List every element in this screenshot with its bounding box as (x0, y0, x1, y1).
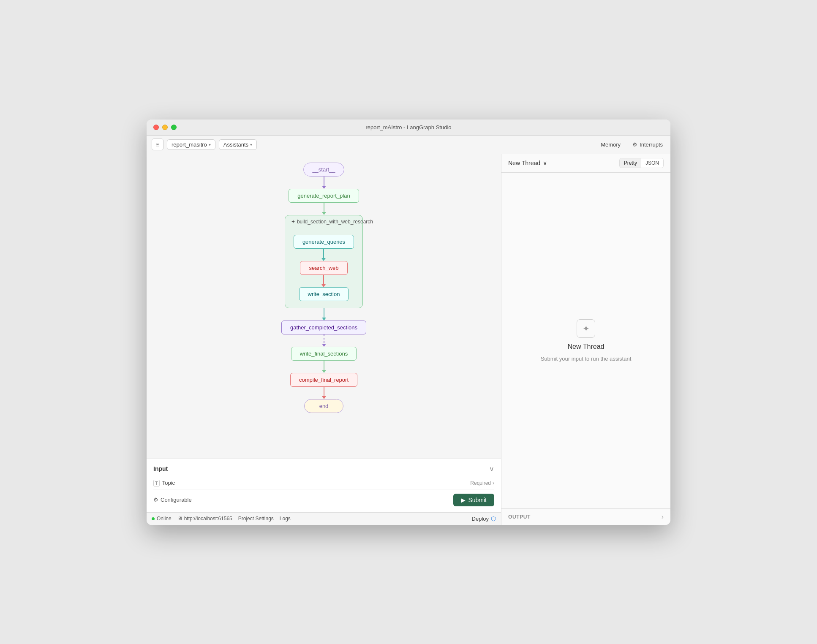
project-name: report_masitro (172, 141, 207, 148)
chevron-down-icon: ▾ (209, 142, 211, 147)
node-generate-queries: generate_queries (294, 235, 354, 249)
right-center-title: New Thread (568, 343, 605, 351)
toolbar: ⊟ report_masitro ▾ Assistants ▾ Memory ⚙… (147, 136, 670, 154)
arrow-4 (321, 275, 326, 287)
localhost-link[interactable]: http://localhost:61565 (184, 516, 232, 522)
json-view-button[interactable]: JSON (641, 158, 663, 168)
interrupts-button[interactable]: ⚙ Interrupts (630, 140, 665, 149)
status-dot (152, 517, 155, 520)
assistants-label: Assistants (223, 141, 248, 148)
topic-row: T Topic Required › (153, 477, 494, 489)
chevron-down-icon: ▾ (250, 142, 252, 147)
arrow-2 (322, 203, 326, 215)
right-panel: New Thread ∨ Pretty JSON ✦ New Thre (501, 154, 670, 525)
submit-button[interactable]: ▶ Submit (453, 494, 494, 506)
node-compile-final-report: compile_final_report (290, 373, 357, 387)
title-bar: report_mAIstro - LangGraph Studio (147, 120, 670, 136)
topic-label: Topic (162, 480, 175, 486)
arrow-3 (321, 249, 326, 261)
collapse-icon: ∨ (489, 465, 494, 473)
sparkle-icon: ✦ (583, 323, 590, 334)
required-text: Required (470, 480, 491, 486)
toolbar-right: Memory ⚙ Interrupts (598, 140, 665, 149)
gear-icon: ⚙ (632, 141, 637, 148)
deploy-button[interactable]: Deploy ⬡ (472, 515, 496, 522)
input-header[interactable]: Input ∨ (153, 465, 494, 473)
new-thread-label: New Thread (508, 160, 540, 166)
sidebar-toggle[interactable]: ⊟ (152, 139, 163, 150)
right-header: New Thread ∨ Pretty JSON (501, 154, 670, 173)
arrow-5 (322, 308, 326, 321)
subgraph-label: ✦ build_section_with_web_research (291, 219, 373, 225)
input-actions: ⚙ Configurable ▶ Submit (153, 494, 494, 506)
app-window: report_mAIstro - LangGraph Studio ⊟ repo… (147, 120, 670, 525)
window-title: report_mAIstro - LangGraph Studio (365, 124, 451, 130)
node-write-section: write_section (299, 287, 349, 301)
online-label: Online (157, 516, 172, 522)
project-dropdown[interactable]: report_masitro ▾ (167, 139, 215, 150)
output-label: OUTPUT (508, 514, 531, 520)
status-url[interactable]: 🖥 http://localhost:61565 (177, 516, 232, 522)
arrow-6 (322, 334, 326, 347)
deploy-label: Deploy (472, 516, 489, 522)
node-gather-completed-sections: gather_completed_sections (281, 321, 366, 334)
memory-button[interactable]: Memory (598, 140, 623, 149)
status-bar: Online 🖥 http://localhost:61565 Project … (147, 512, 501, 525)
arrow-8 (322, 387, 326, 399)
memory-label: Memory (601, 141, 621, 148)
assistants-dropdown[interactable]: Assistants ▾ (219, 139, 257, 150)
pretty-view-button[interactable]: Pretty (620, 158, 641, 168)
play-icon: ▶ (461, 497, 466, 503)
required-badge: Required › (470, 480, 494, 486)
node-start: __start__ (303, 163, 344, 177)
input-title: Input (153, 465, 168, 472)
chevron-down-icon: ∨ (543, 160, 547, 166)
server-icon: 🖥 (177, 516, 182, 522)
chevron-right-icon: › (662, 513, 664, 521)
right-center-subtitle: Submit your input to run the assistant (541, 356, 632, 362)
sidebar-icon: ⊟ (155, 141, 160, 147)
sparkle-icon: ✦ (291, 219, 295, 225)
node-generate-report-plan: generate_report_plan (289, 189, 359, 203)
close-button[interactable] (153, 125, 159, 130)
new-thread-icon: ✦ (577, 319, 595, 338)
arrow-1 (322, 177, 326, 189)
arrow-7 (322, 361, 326, 373)
view-toggle: Pretty JSON (619, 158, 664, 168)
online-status: Online (152, 516, 172, 522)
new-thread-dropdown[interactable]: New Thread ∨ (508, 160, 547, 166)
minimize-button[interactable] (162, 125, 168, 130)
configurable-button[interactable]: ⚙ Configurable (153, 497, 192, 503)
output-bar: OUTPUT › (501, 508, 670, 525)
node-tree: __start__ generate_report_plan (281, 163, 366, 413)
node-write-final-sections: write_final_sections (291, 347, 357, 361)
traffic-lights (153, 125, 177, 130)
input-panel: Input ∨ T Topic Required › ⚙ (147, 459, 501, 512)
chevron-right-icon: › (493, 480, 494, 486)
right-content: ✦ New Thread Submit your input to run th… (501, 173, 670, 508)
subgraph-build-section: ✦ build_section_with_web_research genera… (285, 215, 363, 308)
project-settings-link[interactable]: Project Settings (238, 516, 274, 522)
node-search-web: search_web (300, 261, 347, 275)
deploy-icon: ⬡ (491, 515, 496, 522)
node-end: __end__ (304, 399, 343, 413)
graph-canvas: __start__ generate_report_plan (147, 154, 501, 459)
logs-link[interactable]: Logs (280, 516, 291, 522)
type-icon: T (153, 480, 160, 486)
topic-label-container: T Topic (153, 480, 175, 486)
gear-icon: ⚙ (153, 497, 158, 503)
interrupts-label: Interrupts (640, 141, 663, 148)
fullscreen-button[interactable] (171, 125, 177, 130)
main-layout: __start__ generate_report_plan (147, 154, 670, 525)
graph-panel: __start__ generate_report_plan (147, 154, 501, 525)
